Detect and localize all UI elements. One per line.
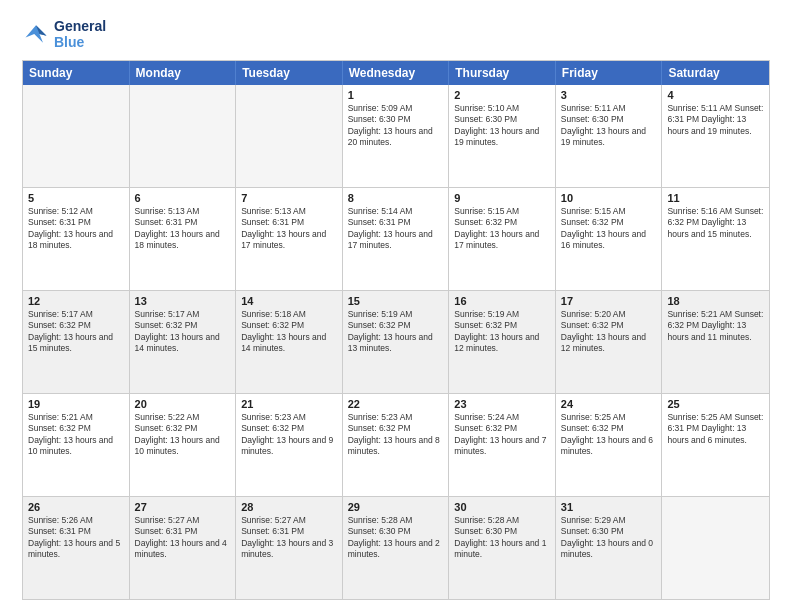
day-info: Sunrise: 5:19 AM Sunset: 6:32 PM Dayligh… [454,309,550,355]
week-row: 12Sunrise: 5:17 AM Sunset: 6:32 PM Dayli… [23,290,769,393]
day-info: Sunrise: 5:23 AM Sunset: 6:32 PM Dayligh… [348,412,444,458]
day-cell: 10Sunrise: 5:15 AM Sunset: 6:32 PM Dayli… [556,188,663,290]
calendar-body: 1Sunrise: 5:09 AM Sunset: 6:30 PM Daylig… [23,85,769,599]
day-number: 22 [348,398,444,410]
day-cell: 25Sunrise: 5:25 AM Sunset: 6:31 PM Dayli… [662,394,769,496]
day-number: 20 [135,398,231,410]
day-cell: 19Sunrise: 5:21 AM Sunset: 6:32 PM Dayli… [23,394,130,496]
day-info: Sunrise: 5:14 AM Sunset: 6:31 PM Dayligh… [348,206,444,252]
day-cell: 26Sunrise: 5:26 AM Sunset: 6:31 PM Dayli… [23,497,130,599]
day-cell: 23Sunrise: 5:24 AM Sunset: 6:32 PM Dayli… [449,394,556,496]
day-number: 11 [667,192,764,204]
day-info: Sunrise: 5:15 AM Sunset: 6:32 PM Dayligh… [561,206,657,252]
day-info: Sunrise: 5:24 AM Sunset: 6:32 PM Dayligh… [454,412,550,458]
day-number: 9 [454,192,550,204]
day-info: Sunrise: 5:11 AM Sunset: 6:30 PM Dayligh… [561,103,657,149]
day-cell: 16Sunrise: 5:19 AM Sunset: 6:32 PM Dayli… [449,291,556,393]
day-number: 2 [454,89,550,101]
day-info: Sunrise: 5:09 AM Sunset: 6:30 PM Dayligh… [348,103,444,149]
day-number: 8 [348,192,444,204]
day-info: Sunrise: 5:28 AM Sunset: 6:30 PM Dayligh… [348,515,444,561]
day-info: Sunrise: 5:27 AM Sunset: 6:31 PM Dayligh… [241,515,337,561]
day-info: Sunrise: 5:25 AM Sunset: 6:32 PM Dayligh… [561,412,657,458]
day-info: Sunrise: 5:27 AM Sunset: 6:31 PM Dayligh… [135,515,231,561]
day-info: Sunrise: 5:29 AM Sunset: 6:30 PM Dayligh… [561,515,657,561]
day-cell: 29Sunrise: 5:28 AM Sunset: 6:30 PM Dayli… [343,497,450,599]
day-number: 12 [28,295,124,307]
day-header-thursday: Thursday [449,61,556,85]
day-header-monday: Monday [130,61,237,85]
day-info: Sunrise: 5:12 AM Sunset: 6:31 PM Dayligh… [28,206,124,252]
day-cell: 3Sunrise: 5:11 AM Sunset: 6:30 PM Daylig… [556,85,663,187]
day-cell: 17Sunrise: 5:20 AM Sunset: 6:32 PM Dayli… [556,291,663,393]
logo-icon [22,20,50,48]
day-info: Sunrise: 5:21 AM Sunset: 6:32 PM Dayligh… [28,412,124,458]
day-cell: 13Sunrise: 5:17 AM Sunset: 6:32 PM Dayli… [130,291,237,393]
day-number: 26 [28,501,124,513]
day-info: Sunrise: 5:21 AM Sunset: 6:32 PM Dayligh… [667,309,764,343]
day-info: Sunrise: 5:25 AM Sunset: 6:31 PM Dayligh… [667,412,764,446]
day-info: Sunrise: 5:13 AM Sunset: 6:31 PM Dayligh… [135,206,231,252]
day-cell [662,497,769,599]
week-row: 5Sunrise: 5:12 AM Sunset: 6:31 PM Daylig… [23,187,769,290]
day-number: 23 [454,398,550,410]
day-number: 25 [667,398,764,410]
week-row: 19Sunrise: 5:21 AM Sunset: 6:32 PM Dayli… [23,393,769,496]
day-number: 17 [561,295,657,307]
day-number: 6 [135,192,231,204]
day-info: Sunrise: 5:26 AM Sunset: 6:31 PM Dayligh… [28,515,124,561]
day-info: Sunrise: 5:11 AM Sunset: 6:31 PM Dayligh… [667,103,764,137]
day-cell: 22Sunrise: 5:23 AM Sunset: 6:32 PM Dayli… [343,394,450,496]
day-info: Sunrise: 5:17 AM Sunset: 6:32 PM Dayligh… [28,309,124,355]
day-info: Sunrise: 5:16 AM Sunset: 6:32 PM Dayligh… [667,206,764,240]
day-header-saturday: Saturday [662,61,769,85]
day-number: 4 [667,89,764,101]
day-info: Sunrise: 5:28 AM Sunset: 6:30 PM Dayligh… [454,515,550,561]
day-info: Sunrise: 5:17 AM Sunset: 6:32 PM Dayligh… [135,309,231,355]
day-cell: 31Sunrise: 5:29 AM Sunset: 6:30 PM Dayli… [556,497,663,599]
calendar: SundayMondayTuesdayWednesdayThursdayFrid… [22,60,770,600]
day-cell [236,85,343,187]
day-number: 7 [241,192,337,204]
day-number: 3 [561,89,657,101]
day-info: Sunrise: 5:13 AM Sunset: 6:31 PM Dayligh… [241,206,337,252]
day-number: 21 [241,398,337,410]
day-info: Sunrise: 5:23 AM Sunset: 6:32 PM Dayligh… [241,412,337,458]
day-cell: 14Sunrise: 5:18 AM Sunset: 6:32 PM Dayli… [236,291,343,393]
day-number: 14 [241,295,337,307]
day-number: 16 [454,295,550,307]
day-cell: 27Sunrise: 5:27 AM Sunset: 6:31 PM Dayli… [130,497,237,599]
day-cell: 1Sunrise: 5:09 AM Sunset: 6:30 PM Daylig… [343,85,450,187]
day-cell: 21Sunrise: 5:23 AM Sunset: 6:32 PM Dayli… [236,394,343,496]
day-cell [23,85,130,187]
day-header-sunday: Sunday [23,61,130,85]
day-cell: 7Sunrise: 5:13 AM Sunset: 6:31 PM Daylig… [236,188,343,290]
day-cell: 11Sunrise: 5:16 AM Sunset: 6:32 PM Dayli… [662,188,769,290]
day-cell: 28Sunrise: 5:27 AM Sunset: 6:31 PM Dayli… [236,497,343,599]
day-cell: 9Sunrise: 5:15 AM Sunset: 6:32 PM Daylig… [449,188,556,290]
day-number: 30 [454,501,550,513]
day-cell: 18Sunrise: 5:21 AM Sunset: 6:32 PM Dayli… [662,291,769,393]
week-row: 26Sunrise: 5:26 AM Sunset: 6:31 PM Dayli… [23,496,769,599]
logo-text: General Blue [54,18,106,50]
day-header-wednesday: Wednesday [343,61,450,85]
day-cell [130,85,237,187]
week-row: 1Sunrise: 5:09 AM Sunset: 6:30 PM Daylig… [23,85,769,187]
day-info: Sunrise: 5:22 AM Sunset: 6:32 PM Dayligh… [135,412,231,458]
day-number: 19 [28,398,124,410]
day-number: 24 [561,398,657,410]
header: General Blue [22,18,770,50]
day-cell: 6Sunrise: 5:13 AM Sunset: 6:31 PM Daylig… [130,188,237,290]
day-cell: 2Sunrise: 5:10 AM Sunset: 6:30 PM Daylig… [449,85,556,187]
day-info: Sunrise: 5:20 AM Sunset: 6:32 PM Dayligh… [561,309,657,355]
day-info: Sunrise: 5:15 AM Sunset: 6:32 PM Dayligh… [454,206,550,252]
day-info: Sunrise: 5:19 AM Sunset: 6:32 PM Dayligh… [348,309,444,355]
day-info: Sunrise: 5:10 AM Sunset: 6:30 PM Dayligh… [454,103,550,149]
day-info: Sunrise: 5:18 AM Sunset: 6:32 PM Dayligh… [241,309,337,355]
page: General Blue SundayMondayTuesdayWednesda… [0,0,792,612]
day-cell: 15Sunrise: 5:19 AM Sunset: 6:32 PM Dayli… [343,291,450,393]
day-number: 13 [135,295,231,307]
day-cell: 8Sunrise: 5:14 AM Sunset: 6:31 PM Daylig… [343,188,450,290]
day-headers: SundayMondayTuesdayWednesdayThursdayFrid… [23,61,769,85]
day-number: 15 [348,295,444,307]
